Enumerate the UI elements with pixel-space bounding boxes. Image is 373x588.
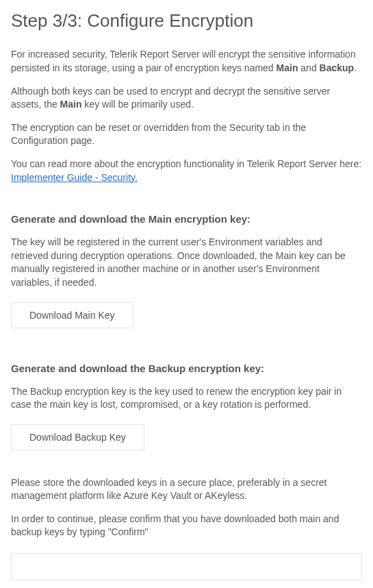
main-key-desc: The key will be registered in the curren… — [11, 236, 362, 289]
intro1-text-e: . — [354, 62, 357, 73]
intro2-main-bold: Main — [60, 99, 82, 110]
download-backup-key-button[interactable]: Download Backup Key — [11, 424, 144, 450]
download-main-key-button[interactable]: Download Main Key — [11, 302, 133, 328]
main-key-heading: Generate and download the Main encryptio… — [11, 212, 362, 226]
intro-paragraph-2: Although both keys can be used to encryp… — [11, 85, 362, 112]
intro-paragraph-1: For increased security, Telerik Report S… — [11, 48, 362, 75]
intro4-text-a: You can read more about the encryption f… — [11, 158, 361, 169]
confirm-input[interactable] — [11, 553, 362, 580]
intro1-text-c: and — [298, 62, 319, 73]
store-note: Please store the downloaded keys in a se… — [11, 476, 362, 503]
intro-paragraph-3: The encryption can be reset or overridde… — [11, 121, 362, 148]
page-title: Step 3/3: Configure Encryption — [11, 8, 362, 33]
intro1-backup-bold: Backup — [320, 62, 355, 73]
confirm-note: In order to continue, please confirm tha… — [11, 513, 362, 539]
intro1-main-bold: Main — [276, 62, 298, 73]
backup-key-desc: The Backup encryption key is the key use… — [11, 385, 362, 412]
intro-paragraph-4: You can read more about the encryption f… — [11, 158, 362, 184]
intro2-text-c: key will be primarily used. — [81, 99, 193, 110]
backup-key-heading: Generate and download the Backup encrypt… — [11, 361, 362, 376]
implementer-guide-link[interactable]: Implementer Guide - Security. — [11, 172, 138, 183]
